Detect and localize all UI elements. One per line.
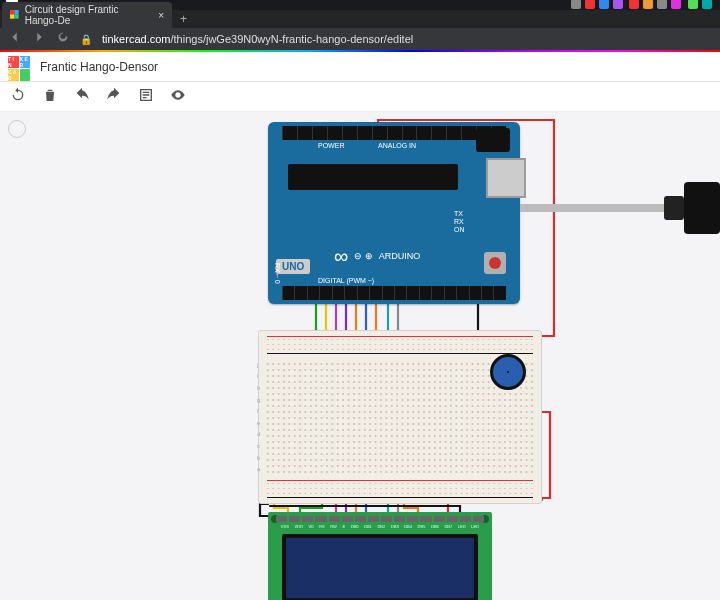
favicon-icon [10,10,19,20]
lcd-screen [282,534,478,600]
nav-forward-button[interactable] [32,30,46,48]
arduino-header-bottom[interactable] [282,286,506,300]
lock-icon: 🔒 [80,34,92,45]
lcd-16x2[interactable]: VSSVDDV0RSRWEDB0DB1DB2DB3DB4DB5DB6DB7LED… [268,512,492,600]
system-tray [569,0,714,11]
potentiometer[interactable] [490,354,526,390]
usb-plug-icon [684,182,720,234]
url-text[interactable]: tinkercad.com/things/jwGe39N0wyN-frantic… [102,33,712,45]
tx-label: TX [454,210,463,217]
barrel-jack-icon [476,128,510,152]
app-header: T I N K E R C A D Frantic Hango-Densor [0,52,720,82]
svg-rect-1 [14,10,18,14]
browser-tab-active[interactable]: Circuit design Frantic Hango-De × [2,2,172,28]
rotate-button[interactable] [10,87,26,107]
nav-reload-button[interactable] [56,30,70,48]
arduino-uno-board[interactable]: UNO ∞⊖ ⊕ARDUINO POWER ANALOG IN DIGITAL … [268,122,520,304]
browser-address-bar: 🔒 tinkercad.com/things/jwGe39N0wyN-frant… [0,28,720,50]
digital-label: DIGITAL (PWM ~) [318,277,374,284]
editor-toolbar [0,82,720,112]
analog-label: ANALOG IN [378,142,416,149]
arduino-brand: ∞⊖ ⊕ARDUINO [334,246,420,266]
tinkercad-logo-icon[interactable]: T I N K E R C A D [8,56,30,78]
zoom-to-fit-button[interactable] [8,120,26,138]
rx-label: RX [454,218,464,225]
usb-cable[interactable] [520,182,720,234]
delete-button[interactable] [42,87,58,107]
browser-tab-strip: Circuit design Frantic Hango-De × + [0,10,720,28]
close-tab-icon[interactable]: × [158,10,164,21]
lcd-pin-labels: VSSVDDV0RSRWEDB0DB1DB2DB3DB4DB5DB6DB7LED… [278,524,482,529]
svg-rect-2 [10,15,14,19]
visibility-button[interactable] [170,87,186,107]
on-label: ON [454,226,465,233]
lcd-pin-header[interactable] [276,516,484,524]
new-tab-button[interactable]: + [180,12,187,26]
tab-title: Circuit design Frantic Hango-De [25,4,148,26]
redo-button[interactable] [106,87,122,107]
svg-rect-3 [14,15,18,19]
nav-back-button[interactable] [8,30,22,48]
power-label: POWER [318,142,344,149]
notes-button[interactable] [138,87,154,107]
arduino-header-top[interactable] [282,126,506,140]
svg-rect-0 [10,10,14,14]
project-name[interactable]: Frantic Hango-Densor [40,60,158,74]
breadboard-row-labels: jihgfedcba [257,359,267,475]
undo-button[interactable] [74,87,90,107]
atmega-chip-icon [288,164,458,190]
circuit-canvas[interactable]: UNO ∞⊖ ⊕ARDUINO POWER ANALOG IN DIGITAL … [0,112,720,600]
reset-button[interactable] [484,252,506,274]
uno-label: UNO [276,259,310,274]
